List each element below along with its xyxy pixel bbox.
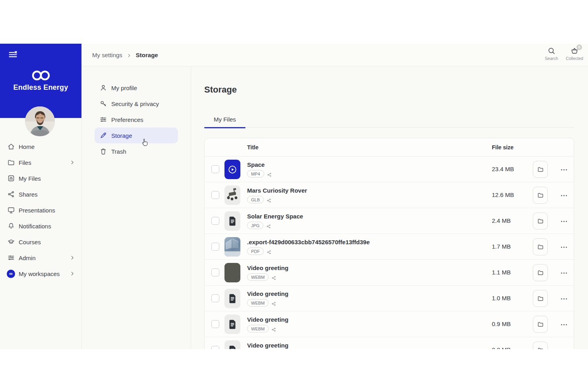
sidebar-item-courses[interactable]: Courses [0,234,81,250]
file-type-badge: WEBM [247,325,269,332]
chevron-right-icon [70,160,75,165]
document-thumb [224,211,240,231]
table-row[interactable]: Video greeting WEBM 1.0 MB [205,286,574,311]
row-checkbox[interactable] [211,243,219,251]
settings-item-trash[interactable]: Trash [95,143,178,159]
sidebar-item-my-files[interactable]: My Files [0,170,81,186]
move-to-folder-button[interactable] [533,290,548,307]
share-nodes-icon [267,197,271,202]
table-header: Title File size [205,138,574,156]
move-to-folder-button[interactable] [533,316,548,333]
more-actions-button[interactable] [558,166,569,173]
share-nodes-icon [271,326,276,331]
key-icon [99,100,107,108]
more-actions-button[interactable] [558,244,569,250]
move-to-folder-button[interactable] [533,238,548,255]
more-actions-button[interactable] [558,295,569,302]
settings-item-storage[interactable]: Storage [95,127,178,143]
share-nodes-icon [271,275,276,280]
infinity-logo [0,69,81,82]
sidebar-item-notifications[interactable]: Notifications [0,218,81,234]
move-to-folder-button[interactable] [533,342,548,349]
settings-panel: My profile Security & privacy Preference… [82,66,191,349]
move-to-folder-button[interactable] [533,264,548,281]
row-checkbox[interactable] [211,217,219,225]
folder-icon [537,192,544,199]
sliders-icon [7,254,15,262]
collected-count-badge: 0 [576,44,582,50]
more-actions-button[interactable] [558,270,569,276]
file-title: Space [247,161,265,168]
move-to-folder-button[interactable] [533,161,548,178]
infinity-badge-icon: ∞ [7,270,15,278]
basket-icon: 0 [570,46,579,55]
file-title: Video greeting [247,342,288,349]
sidebar-item-admin[interactable]: Admin [0,250,81,266]
file-title: Video greeting [247,290,288,297]
more-actions-button[interactable] [558,347,569,349]
table-row[interactable]: Solar Energy Space JPG 2.4 MB [205,208,574,234]
breadcrumb-my-settings[interactable]: My settings [92,52,122,58]
sidebar-item-home[interactable]: Home [0,139,81,154]
hamburger-close-icon[interactable] [8,49,18,60]
row-checkbox[interactable] [211,346,219,349]
file-size: 12.6 MB [492,191,514,198]
tab-my-files[interactable]: My Files [204,111,246,127]
monitor-icon [7,206,15,214]
table-row[interactable]: .export-f429d00633cbb74526570ffe13ffd39e… [205,234,574,260]
screenshot-canvas: Endless Energy Home Files [0,0,588,392]
settings-item-my-profile[interactable]: My profile [95,80,178,96]
table-row[interactable]: Mars Curiosity Rover GLB 12.6 MB [205,182,574,208]
column-header-title: Title [247,144,259,151]
folder-icon [537,243,544,250]
search-button[interactable]: Search [542,46,561,61]
chevron-right-icon [127,52,132,57]
collected-button[interactable]: 0 Collected [565,46,584,61]
folder-icon [537,321,544,328]
folder-icon [537,295,544,302]
folder-icon [7,158,15,166]
share-nodes-icon [7,190,15,198]
table-row[interactable]: Video greeting WEBM 1.1 MB [205,260,574,286]
folder-icon [537,269,544,276]
sliders-icon [99,116,107,124]
sidebar-item-my-workspaces[interactable]: ∞ My workspaces [0,266,81,282]
topbar-actions: Search 0 Collected [542,46,584,61]
move-to-folder-button[interactable] [533,187,548,204]
sidebar-item-files[interactable]: Files [0,154,81,170]
row-checkbox[interactable] [211,165,219,173]
settings-menu: My profile Security & privacy Preference… [82,66,191,159]
graduation-cap-icon [7,238,15,246]
row-checkbox[interactable] [211,268,219,276]
sidebar-item-shares[interactable]: Shares [0,186,81,202]
move-to-folder-button[interactable] [533,212,548,230]
settings-item-preferences[interactable]: Preferences [95,112,178,127]
row-checkbox[interactable] [211,320,219,328]
file-type-badge: WEBM [247,299,269,307]
row-checkbox[interactable] [211,191,219,199]
sidebar: Endless Energy Home Files [0,44,82,349]
bell-icon [7,222,15,230]
table-row[interactable]: Space MP4 23.4 MB [205,156,574,182]
file-size: 1.1 MB [492,269,511,276]
sidebar-nav: Home Files My Files Shares Presentations… [0,139,81,282]
home-icon [7,143,15,151]
my-files-icon [7,174,15,182]
table-row[interactable]: Video greeting WEBM 0.9 MB [205,311,574,337]
more-actions-button[interactable] [558,321,569,328]
sidebar-item-presentations[interactable]: Presentations [0,202,81,218]
tab-label: My Files [214,116,236,123]
topbar: My settings Storage Search 0 [82,44,588,66]
document-thumb [224,289,240,308]
file-title: Mars Curiosity Rover [247,187,307,194]
table-row[interactable]: Video greeting WEBM 0.8 MB [205,337,574,349]
row-checkbox[interactable] [211,294,219,302]
pen-icon [99,131,107,139]
chevron-right-icon [70,255,75,261]
settings-item-security-privacy[interactable]: Security & privacy [95,96,178,112]
more-actions-button[interactable] [558,192,569,199]
share-nodes-icon [267,172,272,176]
more-actions-button[interactable] [558,218,569,224]
file-size: 0.9 MB [492,321,511,327]
breadcrumb-storage: Storage [136,52,158,58]
